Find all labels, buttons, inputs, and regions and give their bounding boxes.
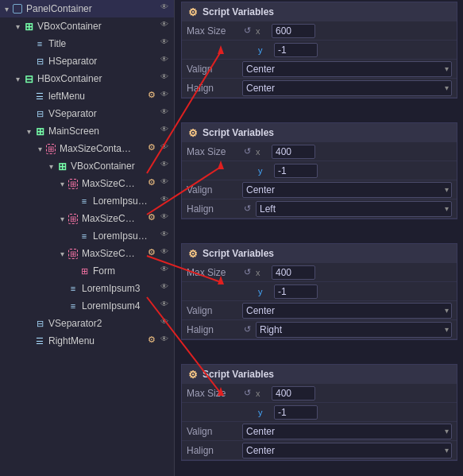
tree-item-rightmenu[interactable]: ☰RightMenu⚙👁 [0, 332, 174, 350]
prop-panel-title-panel2: Script Variables [203, 127, 274, 138]
valign-dropdown-panel2[interactable]: Center Top Bottom [242, 182, 452, 198]
tree-item-loremipsu2[interactable]: ≡LoremIpsu…👁 [0, 227, 174, 245]
tree-item-vseparator[interactable]: ⊟VSeparator👁 [0, 105, 174, 122]
tree-arrow-hbox-container[interactable]: ▾ [13, 75, 22, 83]
maxsize-y-input-panel1[interactable] [274, 43, 318, 57]
tree-label-form: Form [93, 265, 158, 277]
tree-label-hseparator: HSeparator [48, 56, 158, 67]
script-gear-icon: ⚙ [188, 369, 198, 381]
tree-eye-loremipsum4[interactable]: 👁 [158, 300, 171, 312]
maxsize-x-row-panel2: Max Size ↺ x [182, 142, 457, 161]
halign-dropdown-panel3[interactable]: Center Left Right [256, 322, 452, 338]
tree-item-maxsizec1[interactable]: ▾⊞MaxSizeC…⚙👁 [0, 175, 174, 192]
tree-arrow-panel-container[interactable]: ▾ [2, 5, 11, 14]
valign-dropdown-panel1[interactable]: Center Top Bottom [242, 61, 452, 77]
tree-eye-loremipsum3[interactable]: 👁 [158, 282, 171, 295]
maxsize-x-row-panel3: Max Size ↺ x [182, 263, 457, 282]
valign-dropdown-panel3[interactable]: Center Top Bottom [242, 303, 452, 319]
tree-item-mainscreen[interactable]: ▾⊞MainScreen👁 [0, 122, 174, 140]
maxsize-label-panel4: Max Size [187, 388, 242, 399]
tree-arrow-maxsizec3[interactable]: ▾ [57, 250, 67, 258]
tree-eye-rightmenu[interactable]: 👁 [158, 335, 171, 347]
tree-eye-panel-container[interactable]: 👁 [158, 2, 171, 15]
tree-item-form[interactable]: ⊞Form👁 [0, 262, 174, 280]
tree-eye-maxsizec1[interactable]: 👁 [158, 177, 171, 190]
tree-eye-vseparator[interactable]: 👁 [158, 107, 171, 120]
prop-panel-panel4: ⚙Script Variables Max Size ↺ x y Valign … [181, 364, 457, 461]
tree-icon-leftmenu: ☰ [33, 90, 46, 103]
halign-label-panel2: Halign [187, 203, 242, 215]
tree-item-loremipsum4[interactable]: ≡LoremIpsum4👁 [0, 297, 174, 315]
tree-item-loremipsum3[interactable]: ≡LoremIpsum3👁 [0, 280, 174, 297]
tree-eye-maxsizec2[interactable]: 👁 [158, 212, 171, 225]
tree-arrow-maxsizecontainer[interactable]: ▾ [35, 145, 44, 153]
tree-eye-leftmenu[interactable]: 👁 [158, 90, 171, 103]
tree-eye-maxsizec3[interactable]: 👁 [158, 247, 171, 260]
tree-arrow-mainscreen[interactable]: ▾ [24, 127, 33, 136]
reset-halign-btn-panel2[interactable]: ↺ [242, 203, 253, 214]
tree-eye-title[interactable]: 👁 [158, 37, 171, 50]
tree-item-leftmenu[interactable]: ☰leftMenu⚙👁 [0, 87, 174, 105]
reset-x-btn-panel3[interactable]: ↺ [242, 267, 253, 277]
tree-label-vseparator2: VSeparator2 [48, 318, 158, 329]
halign-row-panel1: Halign Center Left Right [182, 79, 457, 98]
tree-arrow-vboxcontainer2[interactable]: ▾ [46, 162, 56, 171]
halign-dropdown-panel4[interactable]: Center Left Right [242, 443, 452, 459]
tree-item-vboxcontainer2[interactable]: ▾⊞VBoxContainer👁 [0, 157, 174, 175]
valign-row-panel2: Valign Center Top Bottom [182, 180, 457, 199]
reset-x-btn-panel2[interactable]: ↺ [242, 146, 253, 157]
tree-eye-mainscreen[interactable]: 👁 [158, 125, 171, 137]
tree-icon-hseparator: ⊟ [33, 55, 46, 68]
tree-item-maxsizecontainer[interactable]: ▾⊞MaxSizeConta…⚙👁 [0, 140, 174, 157]
tree-item-vseparator2[interactable]: ⊟VSeparator2👁 [0, 315, 174, 332]
tree-eye-form[interactable]: 👁 [158, 265, 171, 277]
tree-icon-title: ≡ [33, 37, 46, 50]
tree-arrow-maxsizec2[interactable]: ▾ [57, 215, 67, 223]
tree-eye-maxsizecontainer[interactable]: 👁 [158, 142, 171, 155]
tree-label-maxsizec2: MaxSizeC… [82, 213, 145, 224]
tree-arrow-maxsizec1[interactable]: ▾ [57, 180, 67, 188]
valign-label-panel2: Valign [187, 184, 242, 195]
tree-eye-vseparator2[interactable]: 👁 [158, 317, 171, 330]
tree-item-maxsizec2[interactable]: ▾⊞MaxSizeC…⚙👁 [0, 210, 174, 227]
tree-item-loremipsu1[interactable]: ≡LoremIpsu…👁 [0, 192, 174, 210]
tree-item-hbox-container[interactable]: ▾⊟HBoxContainer👁 [0, 70, 174, 87]
tree-label-maxsizec3: MaxSizeC… [82, 248, 145, 259]
tree-item-panel-container[interactable]: ▾PanelContainer👁 [0, 0, 174, 17]
tree-eye-loremipsu1[interactable]: 👁 [158, 195, 171, 207]
prop-panel-title-panel4: Script Variables [203, 369, 274, 380]
maxsize-y-input-panel2[interactable] [274, 164, 318, 178]
tree-script-icon-rightmenu: ⚙ [145, 335, 158, 347]
maxsize-x-input-panel3[interactable] [272, 265, 315, 280]
maxsize-x-input-panel4[interactable] [272, 386, 315, 401]
tree-arrow-vbox-container[interactable]: ▾ [13, 22, 22, 31]
tree-icon-mainscreen: ⊞ [33, 125, 46, 137]
tree-item-maxsizec3[interactable]: ▾⊞MaxSizeC…⚙👁 [0, 245, 174, 262]
tree-eye-hseparator[interactable]: 👁 [158, 55, 171, 68]
tree-item-hseparator[interactable]: ⊟HSeparator👁 [0, 52, 174, 70]
tree-label-rightmenu: RightMenu [48, 335, 145, 346]
maxsize-y-input-panel3[interactable] [274, 284, 318, 299]
tree-eye-vbox-container[interactable]: 👁 [158, 20, 171, 33]
reset-x-btn-panel4[interactable]: ↺ [242, 388, 253, 398]
tree-icon-vseparator: ⊟ [33, 107, 46, 120]
valign-dropdown-panel4[interactable]: Center Top Bottom [242, 424, 452, 439]
halign-dropdown-panel2[interactable]: Center Left Right [256, 201, 452, 217]
tree-eye-hbox-container[interactable]: 👁 [158, 72, 171, 85]
tree-eye-vboxcontainer2[interactable]: 👁 [158, 160, 171, 172]
valign-label-panel1: Valign [187, 64, 242, 75]
tree-item-title[interactable]: ≡Title👁 [0, 35, 174, 52]
tree-item-vbox-container[interactable]: ▾⊞VBoxContainer👁 [0, 17, 174, 35]
prop-panel-header-panel4: ⚙Script Variables [182, 365, 457, 384]
maxsize-label-panel3: Max Size [187, 267, 242, 278]
halign-dropdown-panel1[interactable]: Center Left Right [242, 80, 452, 96]
maxsize-y-input-panel4[interactable] [274, 405, 318, 420]
maxsize-x-input-panel1[interactable] [272, 24, 315, 38]
tree-label-vboxcontainer2: VBoxContainer [71, 161, 158, 172]
maxsize-x-input-panel2[interactable] [272, 145, 315, 159]
reset-halign-btn-panel3[interactable]: ↺ [242, 324, 253, 335]
reset-x-btn-panel1[interactable]: ↺ [242, 25, 253, 36]
maxsize-x-row-panel1: Max Size ↺ x [182, 21, 457, 41]
y-label-panel3: y [258, 287, 271, 296]
tree-eye-loremipsu2[interactable]: 👁 [158, 230, 171, 242]
